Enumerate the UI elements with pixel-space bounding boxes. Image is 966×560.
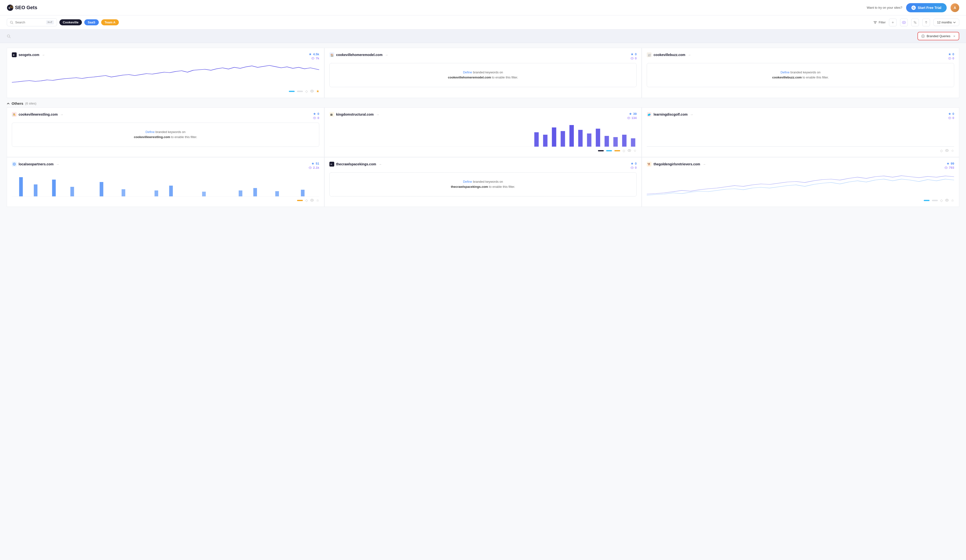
site-name-kingdom[interactable]: kingdomstructural.com	[336, 113, 374, 116]
svg-rect-72	[202, 192, 206, 196]
define-link-crawl[interactable]: Define	[463, 180, 472, 183]
sites-grid: ⚙ seogets.com → 4.5k 7k	[7, 48, 959, 207]
site-header-localseo: localseopartners.com → 51 2.1k	[12, 162, 319, 169]
tag-saas[interactable]: SaaS	[84, 19, 99, 25]
others-count: (6 sites)	[25, 102, 36, 105]
site-link-remodel[interactable]: →	[385, 53, 388, 57]
months-label: 12 months	[937, 21, 952, 24]
star-seogets[interactable]: ★	[316, 89, 319, 93]
svg-rect-42	[578, 130, 583, 147]
eye-icon-discgolf[interactable]	[945, 149, 949, 152]
svg-rect-73	[238, 190, 242, 196]
logo: S SEO Gets	[7, 4, 37, 11]
dot-2-kingdom	[606, 150, 612, 151]
filter-search-input[interactable]	[13, 34, 917, 38]
site-header-buzz: 📰 cookevillebuzz.com → 0 0	[647, 52, 954, 60]
tag-icon-localseo[interactable]: ◇	[305, 198, 308, 202]
shortcut-badge: ⌘+F	[46, 20, 54, 25]
start-trial-button[interactable]: G Start Free Trial	[906, 3, 947, 12]
others-section-header[interactable]: Others (6 sites)	[7, 98, 959, 107]
site-link-crawl[interactable]: →	[378, 162, 381, 166]
impressions-icon-discgolf	[948, 116, 951, 120]
chart-seogets	[12, 63, 319, 87]
clicks-icon-seogets	[309, 52, 312, 56]
eye-button[interactable]	[900, 19, 908, 26]
tag-icon-discgolf[interactable]: ◇	[940, 149, 943, 152]
define-link-remodel[interactable]: Define	[463, 70, 472, 74]
site-link-discgolf[interactable]: →	[690, 113, 693, 116]
site-link-seogets[interactable]: →	[42, 53, 45, 57]
site-card-localseo: localseopartners.com → 51 2.1k	[7, 157, 324, 207]
search-input[interactable]	[15, 21, 44, 24]
site-name-crawl[interactable]: thecrawlspacekings.com	[336, 162, 376, 166]
tag-icon-seogets[interactable]: ◇	[305, 89, 308, 93]
site-name-localseo[interactable]: localseopartners.com	[19, 162, 54, 166]
impressions-localseo: 2.1k	[313, 166, 319, 169]
percent-button[interactable]	[911, 19, 919, 26]
svg-rect-40	[560, 131, 565, 147]
site-link-golden[interactable]: →	[703, 162, 706, 166]
tag-icon-golden[interactable]: ◇	[940, 198, 943, 202]
eye-icon-golden[interactable]	[945, 198, 949, 202]
arrow-up-button[interactable]	[922, 19, 930, 26]
svg-line-5	[12, 23, 13, 24]
star-golden[interactable]: ☆	[951, 198, 954, 202]
svg-rect-64	[19, 177, 23, 196]
app-header: S SEO Gets Want to try on your sites? G …	[0, 0, 966, 15]
clicks-wrestling: 0	[317, 112, 319, 116]
chart-kingdom	[329, 123, 637, 147]
site-stats-kingdom: 39 134	[627, 112, 637, 120]
tag-icon-kingdom[interactable]: ◇	[623, 149, 625, 152]
site-name-seogets[interactable]: seogets.com	[19, 53, 39, 57]
months-selector[interactable]: 12 months	[933, 19, 959, 26]
branded-badge-icon	[921, 34, 925, 38]
avatar[interactable]: A	[951, 3, 959, 12]
svg-point-58	[946, 150, 947, 151]
tag-team-a[interactable]: Team A	[101, 19, 119, 25]
star-localseo[interactable]: ☆	[316, 198, 319, 202]
site-header-crawl: ✉ thecrawlspacekings.com → 0 0	[329, 162, 637, 169]
site-name-discgolf[interactable]: learningdiscgolf.com	[654, 113, 688, 116]
site-header-remodel: 🏠 cookevillehomeremodel.com → 0 0	[329, 52, 637, 60]
branded-close-button[interactable]: ×	[953, 34, 955, 38]
eye-icon-localseo[interactable]	[310, 198, 314, 202]
svg-point-32	[314, 118, 315, 118]
site-header-discgolf: 🥏 learningdiscgolf.com → 0 0	[647, 112, 954, 120]
star-kingdom[interactable]: ☆	[633, 149, 637, 152]
site-name-golden[interactable]: thegoldengirlsretrievers.com	[654, 162, 700, 166]
site-link-localseo[interactable]: →	[56, 162, 59, 166]
site-name-buzz[interactable]: cookevillebuzz.com	[654, 53, 685, 57]
sparkle-button[interactable]	[889, 19, 897, 26]
star-discgolf[interactable]: ☆	[951, 149, 954, 152]
site-card-buzz: 📰 cookevillebuzz.com → 0 0	[642, 48, 959, 98]
search-box[interactable]: ⌘+F	[7, 18, 57, 26]
logo-text: SEO Gets	[15, 5, 37, 10]
site-name-remodel[interactable]: cookevillehomeremodel.com	[336, 53, 383, 57]
favicon-buzz: 📰	[647, 52, 652, 57]
site-link-buzz[interactable]: →	[688, 53, 691, 57]
tag-cookeville[interactable]: Cookeville	[59, 19, 82, 25]
define-link-wrestling[interactable]: Define	[146, 130, 155, 134]
eye-icon-kingdom[interactable]	[628, 149, 631, 152]
define-msg-buzz: Define branded keywords on cookevillebuz…	[647, 63, 954, 87]
svg-rect-39	[552, 128, 556, 147]
svg-point-55	[950, 118, 950, 118]
svg-point-14	[923, 36, 923, 37]
impressions-wrestling: 0	[317, 116, 319, 120]
site-link-kingdom[interactable]: →	[376, 113, 379, 116]
svg-rect-75	[275, 191, 279, 196]
toolbar-left: ⌘+F Cookeville SaaS Team A	[7, 18, 119, 26]
svg-rect-76	[301, 190, 304, 196]
svg-text:✉: ✉	[330, 163, 332, 165]
svg-rect-46	[613, 137, 618, 147]
svg-text:📰: 📰	[648, 53, 651, 57]
eye-icon-seogets[interactable]	[310, 89, 314, 93]
site-name-wrestling[interactable]: cookevillewrestling.com	[19, 113, 58, 116]
clicks-icon-wrestling	[313, 112, 316, 115]
define-msg-remodel: Define branded keywords on cookevillehom…	[329, 63, 637, 87]
define-link-buzz[interactable]: Define	[780, 70, 790, 74]
site-link-wrestling[interactable]: →	[60, 113, 63, 116]
filter-button[interactable]: Filter	[873, 21, 886, 25]
site-card-crawl: ✉ thecrawlspacekings.com → 0 0	[324, 157, 642, 207]
site-header-golden: 🐕 thegoldengirlsretrievers.com → 99 793	[647, 162, 954, 169]
